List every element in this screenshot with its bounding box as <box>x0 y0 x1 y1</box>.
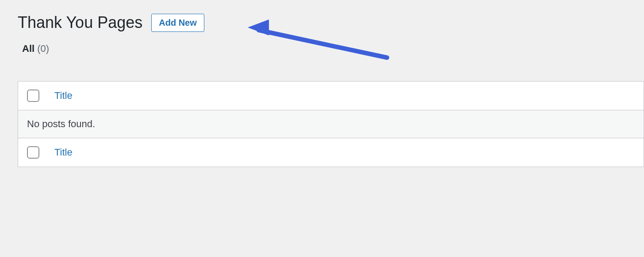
column-title-header[interactable]: Title <box>54 90 73 101</box>
select-all-checkbox-bottom[interactable] <box>27 146 39 159</box>
posts-table: Title No posts found. Title <box>18 81 644 167</box>
filter-all-label: All <box>22 43 34 54</box>
filter-all-link[interactable]: All (0) <box>22 43 49 54</box>
add-new-button[interactable]: Add New <box>151 14 204 32</box>
page-title: Thank You Pages <box>18 13 142 32</box>
column-title-footer[interactable]: Title <box>54 147 73 158</box>
table-footer-row: Title <box>18 138 644 167</box>
table-empty-row: No posts found. <box>18 110 644 138</box>
empty-message: No posts found. <box>18 110 644 138</box>
filter-row: All (0) <box>0 32 644 55</box>
table-header-row: Title <box>18 82 644 110</box>
select-all-checkbox-top[interactable] <box>27 90 39 102</box>
filter-all-count: (0) <box>37 43 49 54</box>
